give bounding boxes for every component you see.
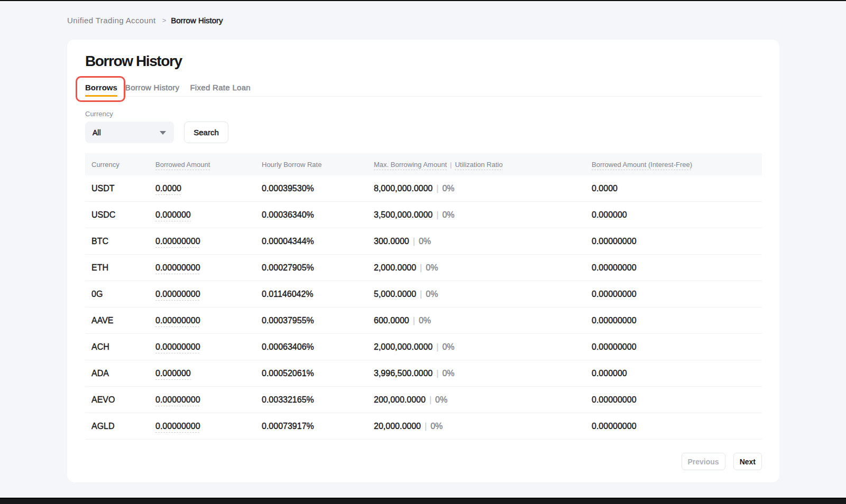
cell-max-borrowing-amount: 3,996,500.0000|0% [374, 368, 592, 379]
breadcrumb: Unified Trading Account > Borrow History [67, 16, 223, 25]
borrowed-amount-value[interactable]: 0.00000000 [155, 290, 200, 301]
cell-hourly-borrow-rate: 0.01146042% [262, 288, 374, 300]
table-row-agld: AGLD0.000000000.00073917%20,000.0000|0%0… [85, 413, 762, 440]
breadcrumb-separator-icon: > [162, 16, 167, 25]
borrowed-amount-value[interactable]: 0.00000000 [155, 316, 200, 327]
cell-borrowed-amount: 0.0000 [155, 183, 262, 194]
chevron-down-icon [160, 131, 166, 135]
cell-borrowed-amount: 0.00000000 [155, 288, 262, 300]
table-row-aave: AAVE0.000000000.00037955%600.0000|0%0.00… [85, 307, 762, 334]
tab-fixed-rate-loan[interactable]: Fixed Rate Loan [190, 82, 251, 96]
table-row-eth: ETH0.000000000.00027905%2,000.0000|0%0.0… [85, 255, 762, 281]
cell-hourly-borrow-rate: 0.00332165% [262, 394, 374, 405]
cell-borrowed-amount: 0.00000000 [155, 315, 262, 326]
cell-hourly-borrow-rate: 0.00036340% [262, 209, 374, 220]
cell-max-borrowing-amount: 2,000,000.0000|0% [374, 341, 592, 352]
cell-interest-free-amount: 0.00000000 [592, 315, 762, 326]
utilization-ratio-value: 0% [442, 184, 454, 193]
borrows-table: CurrencyBorrowed AmountHourly Borrow Rat… [85, 153, 762, 440]
next-page-button[interactable]: Next [733, 453, 762, 470]
currency-dropdown[interactable]: All [85, 122, 174, 143]
cell-currency: AGLD [85, 421, 155, 432]
borrowed-amount-value[interactable]: 0.00000000 [155, 342, 200, 353]
column-header: Currency [85, 160, 155, 169]
breadcrumb-parent-link[interactable]: Unified Trading Account [67, 16, 156, 25]
cell-borrowed-amount: 0.000000 [155, 209, 262, 220]
utilization-ratio-value: 0% [419, 237, 431, 246]
cell-currency: USDT [85, 183, 155, 194]
borrowed-amount-value[interactable]: 0.00000000 [155, 237, 200, 248]
utilization-ratio-value: 0% [442, 342, 454, 351]
table-row-ach: ACH0.000000000.00063406%2,000,000.0000|0… [85, 334, 762, 360]
cell-max-borrowing-amount: 600.0000|0% [374, 315, 592, 326]
page-title: Borrow History [85, 52, 762, 70]
cell-max-borrowing-amount: 3,500,000.0000|0% [374, 209, 592, 220]
cell-currency: ETH [85, 262, 155, 273]
table-body: USDT0.00000.00039530%8,000,000.0000|0%0.… [85, 175, 762, 440]
cell-interest-free-amount: 0.000000 [592, 209, 762, 220]
currency-filter-label: Currency [85, 109, 762, 119]
cell-interest-free-amount: 0.00000000 [592, 341, 762, 352]
currency-dropdown-value: All [93, 128, 101, 137]
cell-interest-free-amount: 0.00000000 [592, 288, 762, 300]
cell-max-borrowing-amount: 20,000.0000|0% [374, 421, 592, 432]
cell-hourly-borrow-rate: 0.00004344% [262, 236, 374, 247]
cell-borrowed-amount: 0.00000000 [155, 394, 262, 405]
cell-hourly-borrow-rate: 0.00073917% [262, 421, 374, 432]
cell-interest-free-amount: 0.000000 [592, 368, 762, 379]
tab-bar: Borrows Borrow History Fixed Rate Loan [85, 82, 762, 97]
breadcrumb-current: Borrow History [171, 16, 223, 25]
cell-interest-free-amount: 0.00000000 [592, 421, 762, 432]
pagination: Previous Next [85, 453, 762, 470]
column-header: Borrowed Amount (Interest-Free) [592, 160, 762, 169]
cell-interest-free-amount: 0.00000000 [592, 236, 762, 247]
cell-hourly-borrow-rate: 0.00052061% [262, 368, 374, 379]
utilization-ratio-value: 0% [419, 316, 431, 325]
cell-borrowed-amount: 0.00000000 [155, 421, 262, 432]
utilization-ratio-value: 0% [442, 369, 454, 378]
borrowed-amount-value[interactable]: 0.00000000 [155, 422, 200, 433]
cell-hourly-borrow-rate: 0.00027905% [262, 262, 374, 273]
cell-max-borrowing-amount: 2,000.0000|0% [374, 262, 592, 273]
borrowed-amount-value[interactable]: 0.00000000 [155, 395, 200, 406]
cell-max-borrowing-amount: 200,000.0000|0% [374, 394, 592, 405]
cell-currency: 0G [85, 288, 155, 300]
cell-hourly-borrow-rate: 0.00039530% [262, 183, 374, 194]
filter-row: All Search [85, 122, 762, 143]
column-header: Max. Borrowing Amount|Utilization Ratio [374, 160, 592, 169]
cell-currency: USDC [85, 209, 155, 220]
table-row-0g: 0G0.000000000.01146042%5,000.0000|0%0.00… [85, 281, 762, 307]
tab-borrows[interactable]: Borrows [85, 82, 117, 96]
search-button[interactable]: Search [184, 122, 228, 143]
top-black-bar [0, 0, 846, 1]
cell-interest-free-amount: 0.0000 [592, 183, 762, 194]
borrowed-amount-value[interactable]: 0.000000 [155, 369, 191, 380]
cell-currency: ADA [85, 368, 155, 379]
utilization-ratio-value: 0% [426, 263, 438, 272]
cell-hourly-borrow-rate: 0.00037955% [262, 315, 374, 326]
cell-borrowed-amount: 0.00000000 [155, 236, 262, 247]
cell-max-borrowing-amount: 300.0000|0% [374, 236, 592, 247]
table-row-btc: BTC0.000000000.00004344%300.0000|0%0.000… [85, 228, 762, 255]
cell-interest-free-amount: 0.00000000 [592, 262, 762, 273]
cell-max-borrowing-amount: 8,000,000.0000|0% [374, 183, 592, 194]
tab-borrow-history[interactable]: Borrow History [125, 82, 180, 96]
table-row-ada: ADA0.0000000.00052061%3,996,500.0000|0%0… [85, 360, 762, 387]
cell-borrowed-amount: 0.00000000 [155, 341, 262, 352]
cell-currency: AEVO [85, 394, 155, 405]
cell-interest-free-amount: 0.00000000 [592, 394, 762, 405]
cell-borrowed-amount: 0.00000000 [155, 262, 262, 273]
cell-hourly-borrow-rate: 0.00063406% [262, 341, 374, 352]
previous-page-button[interactable]: Previous [682, 453, 725, 470]
borrowed-amount-value[interactable]: 0.0000 [155, 184, 181, 195]
cell-currency: ACH [85, 341, 155, 352]
borrowed-amount-value[interactable]: 0.00000000 [155, 263, 200, 274]
table-row-aevo: AEVO0.000000000.00332165%200,000.0000|0%… [85, 387, 762, 413]
utilization-ratio-value: 0% [435, 395, 447, 404]
utilization-ratio-value: 0% [430, 422, 443, 431]
borrowed-amount-value[interactable]: 0.000000 [155, 210, 191, 221]
utilization-ratio-value: 0% [426, 290, 438, 298]
cell-currency: BTC [85, 236, 155, 247]
table-row-usdt: USDT0.00000.00039530%8,000,000.0000|0%0.… [85, 175, 762, 202]
column-header: Hourly Borrow Rate [262, 160, 374, 169]
